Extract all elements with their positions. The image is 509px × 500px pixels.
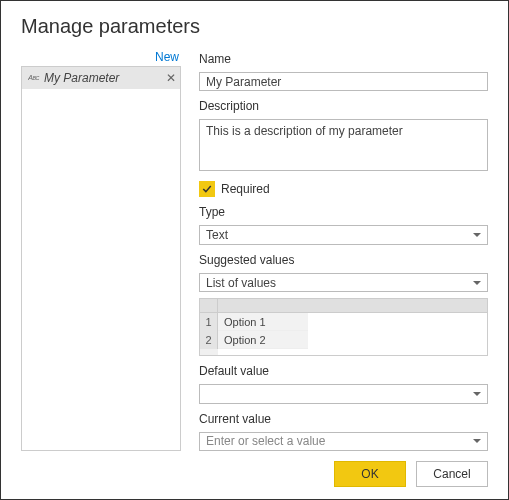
default-value-label: Default value	[199, 364, 488, 378]
grid-header	[218, 299, 487, 313]
chevron-down-icon	[473, 392, 481, 396]
required-checkbox[interactable]	[199, 181, 215, 197]
dialog-title: Manage parameters	[21, 15, 488, 38]
suggested-values-select[interactable]: List of values	[199, 273, 488, 292]
cancel-button[interactable]: Cancel	[416, 461, 488, 487]
parameter-item-label: My Parameter	[44, 71, 162, 85]
sidebar: New ABC My Parameter ✕	[21, 50, 181, 451]
svg-text:C: C	[36, 75, 40, 81]
new-parameter-link[interactable]: New	[21, 50, 181, 66]
description-input[interactable]: This is a description of my parameter	[199, 119, 488, 171]
type-select[interactable]: Text	[199, 225, 488, 244]
current-value-label: Current value	[199, 412, 488, 426]
current-value-select[interactable]: Enter or select a value	[199, 432, 488, 451]
chevron-down-icon	[473, 281, 481, 285]
parameter-list: ABC My Parameter ✕	[21, 66, 181, 451]
name-label: Name	[199, 52, 488, 66]
delete-parameter-icon[interactable]: ✕	[166, 71, 176, 85]
checkmark-icon	[201, 183, 213, 195]
grid-corner	[200, 299, 218, 313]
grid-cell[interactable]: Option 2	[218, 331, 308, 349]
form-panel: Name Description This is a description o…	[199, 50, 488, 451]
values-grid[interactable]: 1 2 Option 1 Option 2	[199, 298, 488, 356]
suggested-values-label: Suggested values	[199, 253, 488, 267]
row-header: 2	[200, 331, 218, 349]
row-header: 1	[200, 313, 218, 331]
required-row: Required	[199, 181, 488, 197]
default-value-select[interactable]	[199, 384, 488, 403]
current-value-placeholder: Enter or select a value	[206, 434, 325, 448]
dialog-content: New ABC My Parameter ✕ Name Description …	[21, 50, 488, 451]
grid-cell[interactable]: Option 1	[218, 313, 308, 331]
suggested-values-value: List of values	[206, 276, 276, 290]
parameter-item[interactable]: ABC My Parameter ✕	[22, 67, 180, 89]
description-label: Description	[199, 99, 488, 113]
name-input[interactable]	[199, 72, 488, 91]
type-label: Type	[199, 205, 488, 219]
required-label: Required	[221, 182, 270, 196]
chevron-down-icon	[473, 233, 481, 237]
manage-parameters-dialog: Manage parameters New ABC My Parameter ✕…	[1, 1, 508, 499]
chevron-down-icon	[473, 439, 481, 443]
type-value: Text	[206, 228, 228, 242]
dialog-footer: OK Cancel	[21, 461, 488, 487]
ok-button[interactable]: OK	[334, 461, 406, 487]
text-type-icon: ABC	[28, 71, 40, 86]
